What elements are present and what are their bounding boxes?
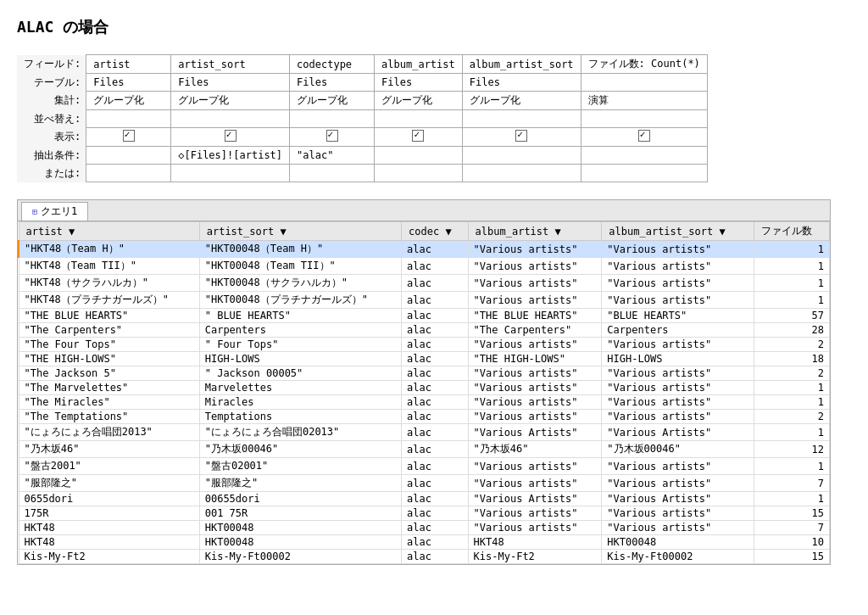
table-cell: "HKT48（プラチナガールズ）" [19,292,199,309]
table-cell: 1 [754,458,829,475]
table-cell: HKT48 [19,535,199,550]
design-cell [462,128,581,147]
table-cell: " Jackson 00005" [199,366,401,381]
table-cell: HKT48 [468,535,602,550]
table-row[interactable]: "THE BLUE HEARTS"" BLUE HEARTS"alac"THE … [19,309,830,323]
table-cell: 1 [754,292,829,309]
table-cell: Kis-My-Ft00002 [602,550,754,564]
table-row[interactable]: 175R001 75Ralac"Various artists""Various… [19,506,830,521]
design-cell: codectype [290,55,375,74]
table-cell: 1 [754,241,829,258]
table-cell: Carpenters [199,323,401,338]
table-row[interactable]: Kis-My-Ft2Kis-My-Ft00002alacKis-My-Ft2Ki… [19,550,830,564]
table-row[interactable]: "HKT48（プラチナガールズ）""HKT00048（プラチナガールズ）"ala… [19,292,830,309]
design-checkbox[interactable] [123,130,135,142]
table-cell: 175R [19,506,199,521]
design-cell [86,147,171,165]
design-cell [375,147,463,165]
design-cell [462,147,581,165]
result-column-header[interactable]: ファイル数 [754,222,829,241]
table-cell: "Various artists" [602,475,754,492]
table-row[interactable]: HKT48HKT00048alac"Various artists""Vario… [19,521,830,535]
table-row[interactable]: "乃木坂46""乃木坂00046"alac"乃木坂46""乃木坂00046"12 [19,441,830,458]
table-cell: alac [402,410,468,424]
table-row[interactable]: HKT48HKT00048alacHKT48HKT0004810 [19,535,830,550]
table-cell: alac [402,395,468,410]
table-cell: 7 [754,475,829,492]
table-cell: 12 [754,441,829,458]
table-row[interactable]: "HKT48（Team H）""HKT00048（Team H）"alac"Va… [19,241,830,258]
table-cell: "THE HIGH-LOWS" [19,352,199,366]
table-cell: "The Miracles" [19,395,199,410]
design-checkbox[interactable] [326,130,338,142]
table-cell: "盤古02001" [199,458,401,475]
table-cell: alac [402,323,468,338]
result-table-wrapper: artist ▼artist_sort ▼codec ▼album_artist… [18,221,830,564]
result-column-header[interactable]: artist_sort ▼ [199,222,401,241]
table-cell: "Various artists" [468,258,602,275]
table-cell: "Various Artists" [602,492,754,506]
table-cell: "Various artists" [468,366,602,381]
table-cell: " BLUE HEARTS" [199,309,401,323]
result-column-header[interactable]: artist ▼ [19,222,199,241]
design-row-label: 並べ替え: [17,110,86,128]
result-column-header[interactable]: codec ▼ [402,222,468,241]
result-column-header[interactable]: album_artist_sort ▼ [602,222,754,241]
table-row[interactable]: "盤古2001""盤古02001"alac"Various artists""V… [19,458,830,475]
result-column-header[interactable]: album_artist ▼ [468,222,602,241]
table-row[interactable]: "The Temptations"Temptationsalac"Various… [19,410,830,424]
design-cell: album_artist [375,55,463,74]
table-cell: Kis-My-Ft2 [468,550,602,564]
table-cell: alac [402,521,468,535]
table-cell: "HKT00048（プラチナガールズ）" [199,292,401,309]
table-cell: alac [402,424,468,441]
table-cell: "The Jackson 5" [19,366,199,381]
table-cell: 1 [754,258,829,275]
query-tab[interactable]: ⊞ クエリ1 [21,202,88,221]
table-row[interactable]: "THE HIGH-LOWS"HIGH-LOWSalac"THE HIGH-LO… [19,352,830,366]
table-row[interactable]: 0655dori00655dorialac"Various Artists""V… [19,492,830,506]
table-row[interactable]: "The Jackson 5"" Jackson 00005"alac"Vari… [19,366,830,381]
table-cell: "BLUE HEARTS" [602,309,754,323]
query-tab-label: クエリ1 [41,204,77,219]
table-cell: 18 [754,352,829,366]
design-cell: Files [375,74,463,92]
table-row[interactable]: "にょろにょろ合唱団2013""にょろにょろ合唱団02013"alac"Vari… [19,424,830,441]
table-row[interactable]: "HKT48（サクラハルカ）""HKT00048（サクラハルカ）"alac"Va… [19,275,830,292]
table-cell: alac [402,241,468,258]
table-cell: "Various artists" [468,275,602,292]
table-cell: alac [402,535,468,550]
table-row[interactable]: "The Carpenters"Carpentersalac"The Carpe… [19,323,830,338]
table-row[interactable]: "The Four Tops"" Four Tops"alac"Various … [19,338,830,352]
table-cell: "Various Artists" [468,492,602,506]
table-cell: Kis-My-Ft00002 [199,550,401,564]
table-cell: HIGH-LOWS [199,352,401,366]
table-cell: 1 [754,395,829,410]
design-checkbox[interactable] [225,130,236,142]
design-cell: グループ化 [86,92,171,110]
design-cell [171,110,290,128]
design-cell: 演算 [581,92,707,110]
table-cell: alac [402,275,468,292]
design-cell [375,110,463,128]
table-cell: alac [402,309,468,323]
table-row[interactable]: "The Marvelettes"Marvelettesalac"Various… [19,381,830,395]
design-row-label: フィールド: [17,55,86,74]
table-cell: "Various artists" [468,292,602,309]
design-row-label: または: [17,165,86,182]
table-cell: "Various artists" [602,458,754,475]
table-cell: "にょろにょろ合唱団02013" [199,424,401,441]
design-checkbox[interactable] [638,130,650,142]
table-row[interactable]: "服部隆之""服部隆之"alac"Various artists""Variou… [19,475,830,492]
table-cell: "Various artists" [602,275,754,292]
table-cell: "THE BLUE HEARTS" [468,309,602,323]
design-checkbox[interactable] [412,130,424,142]
table-cell: alac [402,506,468,521]
table-cell: 57 [754,309,829,323]
design-checkbox[interactable] [515,130,527,142]
table-row[interactable]: "HKT48（Team TII）""HKT00048（Team TII）"ala… [19,258,830,275]
table-cell: "HKT48（サクラハルカ）" [19,275,199,292]
table-row[interactable]: "The Miracles"Miraclesalac"Various artis… [19,395,830,410]
table-cell: "Various artists" [602,381,754,395]
design-cell: Files [86,74,171,92]
